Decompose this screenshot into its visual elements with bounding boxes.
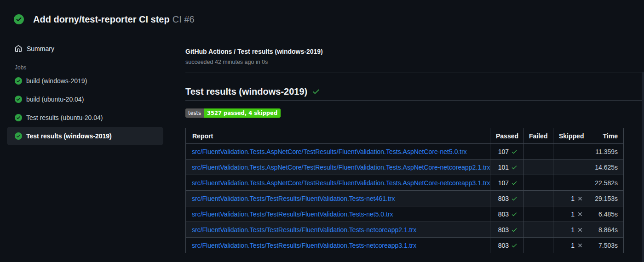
failed-cell <box>523 222 553 238</box>
passed-cell: 803 <box>490 206 523 222</box>
failed-cell <box>523 206 553 222</box>
sidebar-job-item[interactable]: Test results (ubuntu-20.04) <box>7 108 163 127</box>
check-circle-icon <box>14 14 24 24</box>
failed-cell <box>523 159 553 175</box>
main-content: GitHub Actions / Test results (windows-2… <box>163 38 644 253</box>
check-icon <box>511 148 518 155</box>
column-header-time: Time <box>589 128 624 144</box>
tests-badge: tests 3527 passed, 4 skipped <box>185 108 281 118</box>
results-heading-label: Test results (windows-2019) <box>185 86 307 97</box>
job-label: Test results (ubuntu-20.04) <box>26 114 103 121</box>
sidebar-job-item[interactable]: build (ubuntu-20.04) <box>7 90 163 108</box>
report-link[interactable]: src/FluentValidation.Tests.AspNetCore/Te… <box>192 164 490 171</box>
skipped-cell: 1 <box>553 206 589 222</box>
report-cell: src/FluentValidation.Tests/TestResults/F… <box>186 191 490 206</box>
skipped-cell: 1 <box>553 238 589 253</box>
check-icon <box>312 87 320 96</box>
jobs-list: build (windows-2019) build (ubuntu-20.04… <box>7 72 163 145</box>
report-link[interactable]: src/FluentValidation.Tests/TestResults/F… <box>192 195 395 202</box>
report-link[interactable]: src/FluentValidation.Tests/TestResults/F… <box>192 242 416 249</box>
report-cell: src/FluentValidation.Tests/TestResults/F… <box>186 206 490 222</box>
report-cell: src/FluentValidation.Tests/TestResults/F… <box>186 222 490 238</box>
job-label: build (ubuntu-20.04) <box>26 96 84 103</box>
passed-cell: 107 <box>490 175 523 191</box>
passed-cell: 803 <box>490 222 523 238</box>
run-number: CI #6 <box>172 14 195 24</box>
check-circle-icon <box>15 132 22 140</box>
report-link[interactable]: src/FluentValidation.Tests.AspNetCore/Te… <box>192 148 467 155</box>
time-cell: 14.625s <box>589 159 624 175</box>
check-icon <box>511 242 518 249</box>
check-run-title: GitHub Actions / Test results (windows-2… <box>185 48 644 55</box>
table-row: src/FluentValidation.Tests.AspNetCore/Te… <box>186 175 624 191</box>
x-icon <box>577 242 583 249</box>
time-cell: 11.359s <box>589 144 624 159</box>
tests-badge-label: tests <box>185 108 204 118</box>
skipped-cell: 1 <box>553 191 589 206</box>
column-header-report: Report <box>186 128 490 144</box>
tests-badge-value: 3527 passed, 4 skipped <box>204 108 281 118</box>
sidebar-job-item[interactable]: build (windows-2019) <box>7 72 163 90</box>
check-icon <box>511 180 518 186</box>
page-title: Add dorny/test-reporter CI stepCI #6 <box>33 14 195 25</box>
skipped-cell <box>553 159 589 175</box>
check-circle-icon <box>15 114 22 121</box>
table-row: src/FluentValidation.Tests/TestResults/F… <box>186 191 624 206</box>
scrollbar-track[interactable] <box>642 72 644 262</box>
x-icon <box>577 195 583 202</box>
report-cell: src/FluentValidation.Tests.AspNetCore/Te… <box>186 144 490 159</box>
x-icon <box>577 211 583 217</box>
sidebar-summary-label: Summary <box>27 45 54 52</box>
workflow-run-title: Add dorny/test-reporter CI step <box>33 14 170 24</box>
failed-cell <box>523 238 553 253</box>
check-icon <box>511 164 518 171</box>
report-link[interactable]: src/FluentValidation.Tests/TestResults/F… <box>192 211 393 218</box>
time-cell: 6.485s <box>589 206 624 222</box>
time-cell: 8.864s <box>589 222 624 238</box>
skipped-cell: 1 <box>553 222 589 238</box>
skipped-cell <box>553 175 589 191</box>
passed-cell: 803 <box>490 191 523 206</box>
table-header-row: Report Passed Failed Skipped Time <box>186 128 624 144</box>
time-cell: 22.582s <box>589 175 624 191</box>
check-icon <box>511 195 518 202</box>
skipped-cell <box>553 144 589 159</box>
report-link[interactable]: src/FluentValidation.Tests.AspNetCore/Te… <box>192 179 490 187</box>
check-circle-icon <box>15 96 22 103</box>
column-header-passed: Passed <box>490 128 523 144</box>
table-row: src/FluentValidation.Tests/TestResults/F… <box>186 238 624 253</box>
failed-cell <box>523 175 553 191</box>
check-icon <box>511 227 518 233</box>
job-label: Test results (windows-2019) <box>26 132 112 140</box>
time-cell: 29.153s <box>589 191 624 206</box>
job-label: build (windows-2019) <box>26 77 87 85</box>
failed-cell <box>523 144 553 159</box>
column-header-failed: Failed <box>523 128 553 144</box>
check-run-header: GitHub Actions / Test results (windows-2… <box>185 48 644 73</box>
report-cell: src/FluentValidation.Tests.AspNetCore/Te… <box>186 175 490 191</box>
report-cell: src/FluentValidation.Tests/TestResults/F… <box>186 238 490 253</box>
workflow-run-header: Add dorny/test-reporter CI stepCI #6 <box>0 0 644 38</box>
jobs-section-label: Jobs <box>15 64 163 71</box>
passed-cell: 803 <box>490 238 523 253</box>
column-header-skipped: Skipped <box>553 128 589 144</box>
table-row: src/FluentValidation.Tests.AspNetCore/Te… <box>186 159 624 175</box>
check-circle-icon <box>15 77 22 85</box>
check-run-status: succeeded 42 minutes ago in 0s <box>185 59 644 65</box>
x-icon <box>577 227 583 233</box>
passed-cell: 107 <box>490 144 523 159</box>
sidebar: Summary Jobs build (windows-2019) build … <box>0 38 163 145</box>
table-row: src/FluentValidation.Tests/TestResults/F… <box>186 206 624 222</box>
table-row: src/FluentValidation.Tests.AspNetCore/Te… <box>186 144 624 159</box>
results-heading: Test results (windows-2019) <box>185 86 644 101</box>
report-link[interactable]: src/FluentValidation.Tests/TestResults/F… <box>192 226 416 234</box>
check-icon <box>511 211 518 217</box>
home-icon <box>15 45 22 52</box>
table-row: src/FluentValidation.Tests/TestResults/F… <box>186 222 624 238</box>
sidebar-job-item[interactable]: Test results (windows-2019) <box>7 127 163 145</box>
sidebar-item-summary[interactable]: Summary <box>7 41 163 56</box>
report-cell: src/FluentValidation.Tests.AspNetCore/Te… <box>186 159 490 175</box>
time-cell: 7.503s <box>589 238 624 253</box>
test-results-table: Report Passed Failed Skipped Time src/Fl… <box>185 128 624 253</box>
failed-cell <box>523 191 553 206</box>
